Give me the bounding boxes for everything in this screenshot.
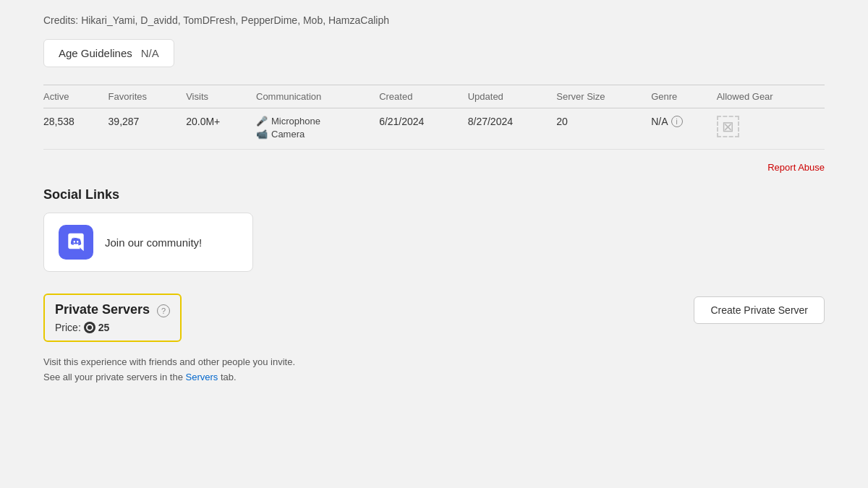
genre-info-icon[interactable]: i bbox=[671, 116, 683, 127]
robux-icon bbox=[84, 322, 95, 333]
cell-communication: 🎤 Microphone 📹 Camera bbox=[256, 108, 379, 150]
cell-updated: 8/27/2024 bbox=[468, 108, 557, 150]
discord-join-text: Join our community! bbox=[105, 236, 202, 249]
credits-label: Credits: bbox=[43, 14, 78, 26]
social-links-section: Social Links Join our community! bbox=[43, 187, 825, 272]
desc-line2-pre: See all your private servers in the bbox=[43, 372, 186, 382]
page-container: Credits: Hikari_Yami, D_avidd, TomDFresh… bbox=[0, 0, 868, 488]
create-private-server-button[interactable]: Create Private Server bbox=[694, 296, 825, 324]
table-row: 28,538 39,287 20.0M+ 🎤 Microphone 📹 Came… bbox=[43, 108, 825, 150]
report-abuse-section: Report Abuse bbox=[43, 161, 825, 173]
camera-label: Camera bbox=[271, 129, 305, 140]
age-guidelines-label: Age Guidelines bbox=[59, 47, 132, 59]
cell-active: 28,538 bbox=[43, 108, 109, 150]
private-servers-title: Private Servers bbox=[55, 302, 150, 317]
discord-logo-icon bbox=[65, 231, 87, 253]
microphone-item: 🎤 Microphone bbox=[256, 116, 372, 127]
col-server-size: Server Size bbox=[556, 85, 651, 108]
social-links-title: Social Links bbox=[43, 187, 825, 202]
cell-allowed-gear: ⊠ bbox=[717, 108, 825, 150]
allowed-gear-icon: ⊠ bbox=[717, 116, 739, 137]
desc-line2: See all your private servers in the Serv… bbox=[43, 370, 694, 385]
create-button-container: Create Private Server bbox=[694, 294, 825, 324]
stats-table: Active Favorites Visits Communication Cr… bbox=[43, 85, 825, 150]
cell-server-size: 20 bbox=[556, 108, 651, 150]
col-created: Created bbox=[379, 85, 468, 108]
discord-card[interactable]: Join our community! bbox=[43, 213, 253, 272]
cell-genre: N/A i bbox=[651, 108, 716, 150]
cell-created: 6/21/2024 bbox=[379, 108, 468, 150]
camera-icon: 📹 bbox=[256, 129, 268, 140]
microphone-icon: 🎤 bbox=[256, 116, 268, 127]
age-guidelines-box: Age Guidelines N/A bbox=[43, 39, 174, 67]
price-label: Price: bbox=[55, 322, 81, 333]
col-active: Active bbox=[43, 85, 109, 108]
col-communication: Communication bbox=[256, 85, 379, 108]
private-servers-left: Private Servers ? Price: 25 Visit this e… bbox=[43, 294, 694, 385]
cell-favorites: 39,287 bbox=[109, 108, 187, 150]
credits-names: Hikari_Yami, D_avidd, TomDFresh, PepperD… bbox=[81, 14, 389, 26]
desc-line1: Visit this experience with friends and o… bbox=[43, 355, 694, 370]
desc-line2-post: tab. bbox=[218, 372, 236, 382]
col-updated: Updated bbox=[468, 85, 557, 108]
private-servers-description: Visit this experience with friends and o… bbox=[43, 355, 694, 385]
discord-icon-box bbox=[59, 225, 93, 260]
private-servers-help-icon[interactable]: ? bbox=[157, 304, 170, 317]
price-row: Price: 25 bbox=[55, 322, 170, 333]
camera-item: 📹 Camera bbox=[256, 129, 372, 140]
private-servers-box: Private Servers ? Price: 25 bbox=[43, 294, 182, 342]
col-genre: Genre bbox=[651, 85, 716, 108]
credits-section: Credits: Hikari_Yami, D_avidd, TomDFresh… bbox=[43, 14, 825, 26]
col-visits: Visits bbox=[186, 85, 256, 108]
genre-value: N/A bbox=[651, 116, 668, 127]
col-allowed-gear: Allowed Gear bbox=[717, 85, 825, 108]
servers-tab-link[interactable]: Servers bbox=[186, 372, 218, 382]
report-abuse-link[interactable]: Report Abuse bbox=[767, 162, 825, 173]
price-amount: 25 bbox=[98, 322, 110, 333]
cell-visits: 20.0M+ bbox=[186, 108, 256, 150]
col-favorites: Favorites bbox=[109, 85, 187, 108]
private-servers-section: Private Servers ? Price: 25 Visit this e… bbox=[43, 294, 825, 385]
age-guidelines-value: N/A bbox=[141, 47, 159, 59]
microphone-label: Microphone bbox=[271, 116, 320, 127]
